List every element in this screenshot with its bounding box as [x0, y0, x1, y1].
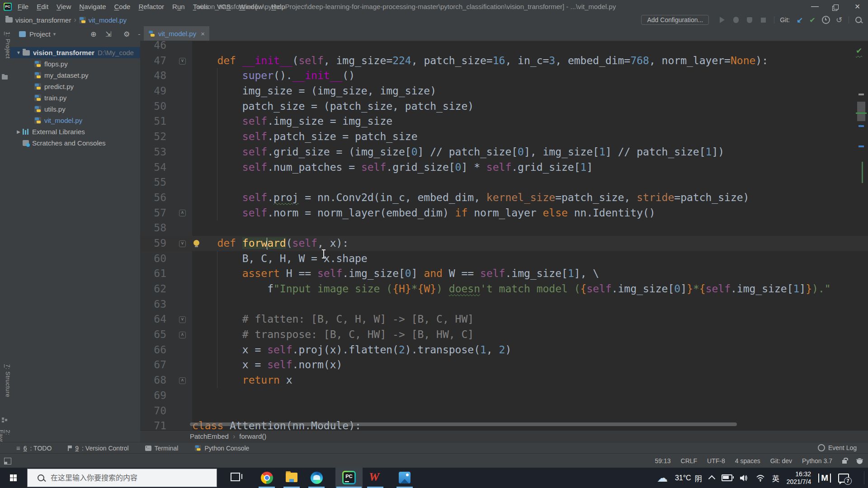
- hector-inspections-icon[interactable]: [857, 458, 863, 464]
- code-area[interactable]: 4647˅ def __init__(self, img_size=224, p…: [140, 41, 868, 430]
- code-text[interactable]: self.grid_size = (img_size[0] // patch_s…: [192, 145, 868, 160]
- locate-file-icon[interactable]: ⊕: [90, 30, 96, 38]
- line-number[interactable]: 57: [140, 206, 166, 221]
- toolwindow-terminal[interactable]: Terminal: [145, 445, 179, 452]
- tree-item-predict-py[interactable]: predict.py: [10, 81, 140, 92]
- taskbar-pycharm-active[interactable]: PC: [335, 468, 363, 488]
- line-number[interactable]: 67: [140, 357, 166, 373]
- taskbar-edge[interactable]: [306, 468, 327, 488]
- indent-style[interactable]: 4 spaces: [735, 457, 760, 465]
- line-number[interactable]: 60: [140, 251, 166, 267]
- file-encoding[interactable]: UTF-8: [707, 457, 725, 465]
- fold-end-icon[interactable]: ˄: [179, 377, 186, 384]
- code-text[interactable]: def __init__(self, img_size=224, patch_s…: [192, 53, 868, 69]
- stripe-mark[interactable]: [859, 94, 864, 95]
- tree-item-my-dataset-py[interactable]: my_dataset.py: [10, 70, 140, 81]
- line-number[interactable]: 59: [140, 236, 166, 251]
- toolwindow-python-console[interactable]: Python Console: [194, 445, 249, 452]
- tree-item-external-libraries[interactable]: ▶External Libraries: [10, 126, 140, 137]
- fold-down-icon[interactable]: ˅: [179, 316, 186, 323]
- code-text[interactable]: assert H == self.img_size[0] and W == se…: [192, 266, 868, 282]
- maximize-button[interactable]: [826, 0, 847, 14]
- line-number[interactable]: 51: [140, 114, 166, 129]
- line-separator[interactable]: CRLF: [681, 457, 698, 465]
- toolwindow--version-control[interactable]: 9: Version Control: [68, 445, 128, 452]
- fold-end-icon[interactable]: ˄: [179, 210, 186, 216]
- code-text[interactable]: # flatten: [B, C, H, W] -> [B, C, HW]: [192, 312, 868, 327]
- taskbar-search-box[interactable]: [27, 469, 217, 487]
- fold-end-icon[interactable]: ˄: [179, 332, 186, 338]
- settings-gear-icon[interactable]: ⚙: [123, 30, 130, 38]
- menu-code[interactable]: Code: [110, 0, 135, 14]
- close-button[interactable]: ×: [847, 0, 868, 14]
- code-text[interactable]: self.norm = norm_layer(embed_dim) if nor…: [192, 206, 868, 221]
- line-number[interactable]: 49: [140, 84, 166, 99]
- speaker-icon[interactable]: [740, 474, 749, 482]
- tree-item-scratches-and-consoles[interactable]: Scratches and Consoles: [10, 137, 140, 149]
- tree-item-flops-py[interactable]: flops.py: [10, 58, 140, 70]
- tab-vit-model[interactable]: vit_model.py ×: [144, 26, 209, 41]
- rollback-icon[interactable]: ↺: [833, 15, 845, 25]
- dropdown-arrow-icon[interactable]: ▾: [53, 31, 56, 37]
- project-panel-title[interactable]: Project: [29, 30, 51, 38]
- taskbar-explorer[interactable]: [281, 468, 302, 488]
- fold-down-icon[interactable]: ˅: [179, 240, 186, 247]
- code-text[interactable]: self.num_patches = self.grid_size[0] * s…: [192, 160, 868, 175]
- code-text[interactable]: def forward(self, x):: [192, 236, 868, 251]
- menu-file[interactable]: File: [14, 0, 33, 14]
- search-input[interactable]: [50, 474, 201, 483]
- event-log-button[interactable]: Event Log: [818, 442, 857, 453]
- search-everywhere-icon[interactable]: [855, 17, 862, 23]
- run-icon[interactable]: [720, 17, 725, 23]
- line-number[interactable]: 71: [140, 418, 166, 430]
- coverage-icon[interactable]: [747, 17, 752, 23]
- code-text[interactable]: super().__init__(): [192, 68, 868, 84]
- menu-navigate[interactable]: Navigate: [75, 0, 110, 14]
- debug-icon[interactable]: [733, 17, 739, 23]
- tree-item-vision-transformer[interactable]: ▼vision_transformerD:\My_code: [10, 47, 140, 58]
- git-commit-icon[interactable]: ✔: [806, 16, 819, 24]
- taskbar-wps[interactable]: W: [364, 468, 386, 488]
- code-text[interactable]: patch_size = (patch_size, patch_size): [192, 99, 868, 114]
- line-number[interactable]: 65: [140, 327, 166, 343]
- code-text[interactable]: return x: [192, 373, 868, 388]
- tool-window-switcher-icon[interactable]: [4, 458, 11, 465]
- tree-item-train-py[interactable]: train.py: [10, 92, 140, 103]
- stop-icon[interactable]: [761, 18, 766, 23]
- code-text[interactable]: B, C, H, W = x.shape: [192, 251, 868, 267]
- notification-center-icon[interactable]: 7: [838, 474, 849, 483]
- line-number[interactable]: 52: [140, 129, 166, 145]
- toolwindow--todo[interactable]: ≡6: TODO: [16, 444, 52, 452]
- tree-item-vit-model-py[interactable]: vit_model.py: [10, 115, 140, 126]
- taskbar-chrome[interactable]: [256, 468, 278, 488]
- line-number[interactable]: 46: [140, 41, 166, 53]
- line-number[interactable]: 54: [140, 160, 166, 175]
- code-text[interactable]: x = self.proj(x).flatten(2).transpose(1,…: [192, 343, 868, 358]
- line-number[interactable]: 69: [140, 388, 166, 404]
- battery-icon[interactable]: [722, 474, 732, 481]
- breadcrumb-patchembed[interactable]: PatchEmbed: [190, 432, 229, 440]
- code-text[interactable]: self.patch_size = patch_size: [192, 129, 868, 145]
- menu-refactor[interactable]: Refactor: [134, 0, 168, 14]
- line-number[interactable]: 64: [140, 312, 166, 327]
- tab-close-icon[interactable]: ×: [201, 30, 205, 38]
- tree-item-utils-py[interactable]: utils.py: [10, 103, 140, 115]
- line-number[interactable]: 63: [140, 297, 166, 312]
- line-number[interactable]: 48: [140, 68, 166, 84]
- taskbar-photos[interactable]: [394, 468, 415, 488]
- breadcrumb-project[interactable]: vision_transformer: [15, 16, 71, 24]
- minimize-button[interactable]: —: [804, 0, 826, 14]
- editor-scrollbar-thumb[interactable]: [857, 102, 865, 121]
- line-number[interactable]: 66: [140, 343, 166, 358]
- line-number[interactable]: 47: [140, 53, 166, 69]
- line-number[interactable]: 68: [140, 373, 166, 388]
- breadcrumb-file[interactable]: vit_model.py: [89, 16, 127, 24]
- unlock-icon[interactable]: [842, 460, 847, 464]
- menu-run[interactable]: Run: [168, 0, 189, 14]
- intention-bulb-icon[interactable]: [193, 240, 199, 246]
- git-update-icon[interactable]: ↙: [793, 15, 806, 25]
- task-view-button[interactable]: [225, 468, 247, 488]
- menu-edit[interactable]: Edit: [33, 0, 52, 14]
- line-number[interactable]: 58: [140, 221, 166, 236]
- line-number[interactable]: 55: [140, 175, 166, 190]
